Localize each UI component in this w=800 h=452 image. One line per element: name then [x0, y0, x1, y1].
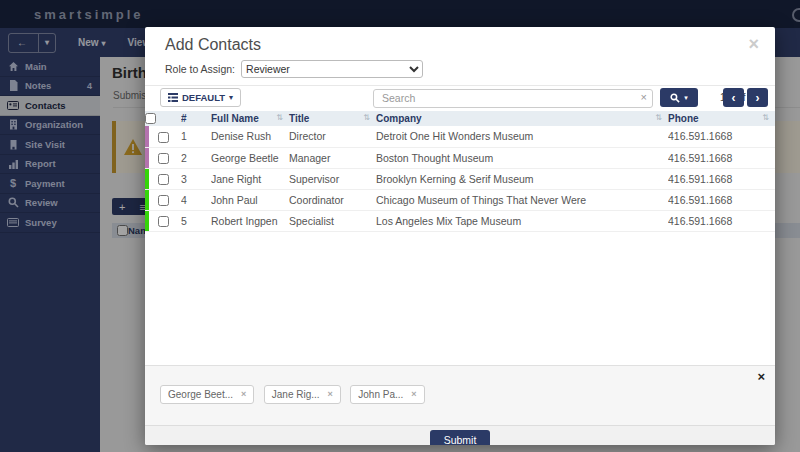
chip-label: Jane Rig...	[272, 389, 320, 400]
search-options-caret-icon: ▾	[684, 94, 688, 102]
cell-full-name: Denise Rush	[211, 126, 289, 147]
contacts-table: # Full Name⇅ Title⇅ Company⇅ Phone⇅ 1 De…	[145, 111, 775, 232]
cell-full-name: George Beetle	[211, 147, 289, 168]
modal-title: Add Contacts	[165, 36, 755, 54]
row-status-strip	[145, 126, 149, 147]
cell-company: Los Angeles Mix Tape Museum	[376, 210, 668, 231]
search-input[interactable]	[373, 89, 653, 108]
chip-remove-icon[interactable]: ×	[241, 389, 246, 399]
cell-full-name: Jane Right	[211, 168, 289, 189]
column-header-label: Company	[376, 113, 422, 124]
role-assign-label: Role to Assign:	[165, 63, 235, 75]
cell-phone: 416.591.1668	[668, 210, 775, 231]
cell-num: 1	[181, 126, 211, 147]
row-status-strip	[145, 190, 149, 210]
cell-phone: 416.591.1668	[668, 189, 775, 210]
cell-phone: 416.591.1668	[668, 168, 775, 189]
modal-footer: Submit	[145, 425, 775, 446]
column-header-full-name[interactable]: Full Name⇅	[211, 111, 289, 126]
selected-panel-close-icon[interactable]: ×	[757, 369, 765, 384]
add-contacts-modal: Add Contacts × Role to Assign: Reviewer …	[145, 27, 775, 445]
role-assign-row: Role to Assign: Reviewer	[145, 56, 775, 86]
selected-contact-chip[interactable]: John Pa... ×	[350, 385, 424, 404]
cell-full-name: John Paul	[211, 189, 289, 210]
prev-page-button[interactable]: ‹	[723, 88, 744, 107]
table-row[interactable]: 1 Denise Rush Director Detroit One Hit W…	[145, 126, 775, 147]
next-page-button[interactable]: ›	[747, 88, 768, 107]
cell-company: Boston Thought Museum	[376, 147, 668, 168]
row-checkbox[interactable]	[158, 174, 169, 185]
cell-title: Supervisor	[289, 168, 376, 189]
row-checkbox[interactable]	[158, 216, 169, 227]
modal-body-spacer	[145, 232, 775, 365]
selected-contact-chip[interactable]: George Beet... ×	[160, 385, 254, 404]
screen: smartsimple ← ▾ New▾ View Options Main N…	[0, 0, 800, 452]
row-status-strip	[145, 169, 149, 189]
table-view-icon	[168, 93, 178, 102]
select-all-checkbox[interactable]	[145, 113, 156, 124]
cell-title: Specialist	[289, 210, 376, 231]
cell-phone: 416.591.1668	[668, 126, 775, 147]
table-row[interactable]: 2 George Beetle Manager Boston Thought M…	[145, 147, 775, 168]
cell-title: Director	[289, 126, 376, 147]
view-default-label: DEFAULT	[182, 92, 225, 103]
selected-contacts-panel: × George Beet... × Jane Rig... × John Pa…	[145, 365, 775, 425]
cell-phone: 416.591.1668	[668, 147, 775, 168]
column-header-phone[interactable]: Phone⇅	[668, 111, 775, 126]
table-row[interactable]: 3 Jane Right Supervisor Brooklyn Kerning…	[145, 168, 775, 189]
search-clear-icon[interactable]: ×	[641, 91, 647, 103]
row-status-strip	[145, 148, 149, 168]
submit-button[interactable]: Submit	[430, 430, 491, 445]
cell-title: Manager	[289, 147, 376, 168]
row-checkbox[interactable]	[158, 132, 169, 143]
role-assign-select[interactable]: Reviewer	[241, 60, 423, 78]
row-status-strip	[145, 211, 149, 231]
cell-num: 3	[181, 168, 211, 189]
cell-num: 5	[181, 210, 211, 231]
cell-num: 4	[181, 189, 211, 210]
table-row[interactable]: 5 Robert Ingpen Specialist Los Angeles M…	[145, 210, 775, 231]
modal-header: Add Contacts ×	[145, 27, 775, 56]
pagination-controls: ‹ ›	[723, 88, 768, 107]
table-header-row: # Full Name⇅ Title⇅ Company⇅ Phone⇅	[145, 111, 775, 126]
chip-label: George Beet...	[168, 389, 233, 400]
cell-company: Brooklyn Kerning & Serif Museum	[376, 168, 668, 189]
column-header-title[interactable]: Title⇅	[289, 111, 376, 126]
column-header-company[interactable]: Company⇅	[376, 111, 668, 126]
cell-title: Coordinator	[289, 189, 376, 210]
column-header-label: Full Name	[211, 113, 259, 124]
modal-close-icon[interactable]: ×	[748, 35, 759, 53]
chip-label: John Pa...	[358, 389, 403, 400]
cell-company: Detroit One Hit Wonders Museum	[376, 126, 668, 147]
selected-contact-chip[interactable]: Jane Rig... ×	[264, 385, 341, 404]
cell-company: Chicago Museum of Things That Never Were	[376, 189, 668, 210]
column-header-label: Title	[289, 113, 309, 124]
column-header-num[interactable]: #	[181, 111, 211, 126]
sort-icon[interactable]: ⇅	[655, 113, 662, 122]
table-row[interactable]: 4 John Paul Coordinator Chicago Museum o…	[145, 189, 775, 210]
column-header-label: #	[181, 113, 187, 124]
cell-full-name: Robert Ingpen	[211, 210, 289, 231]
row-checkbox[interactable]	[158, 195, 169, 206]
view-default-button[interactable]: DEFAULT ▾	[160, 88, 241, 107]
row-checkbox[interactable]	[158, 153, 169, 164]
search-field-wrap: ×	[373, 88, 653, 107]
column-header-label: Phone	[668, 113, 699, 124]
search-button[interactable]: ▾	[660, 88, 698, 107]
sort-icon[interactable]: ⇅	[363, 113, 370, 122]
cell-num: 2	[181, 147, 211, 168]
view-default-caret-icon: ▾	[229, 93, 233, 102]
chip-remove-icon[interactable]: ×	[328, 389, 333, 399]
sort-icon[interactable]: ⇅	[276, 113, 283, 122]
list-toolbar: DEFAULT ▾ × ▾ 1-5 of 5 ‹ ›	[145, 86, 775, 108]
search-icon	[670, 93, 680, 103]
sort-icon[interactable]: ⇅	[762, 113, 769, 122]
chip-remove-icon[interactable]: ×	[411, 389, 416, 399]
